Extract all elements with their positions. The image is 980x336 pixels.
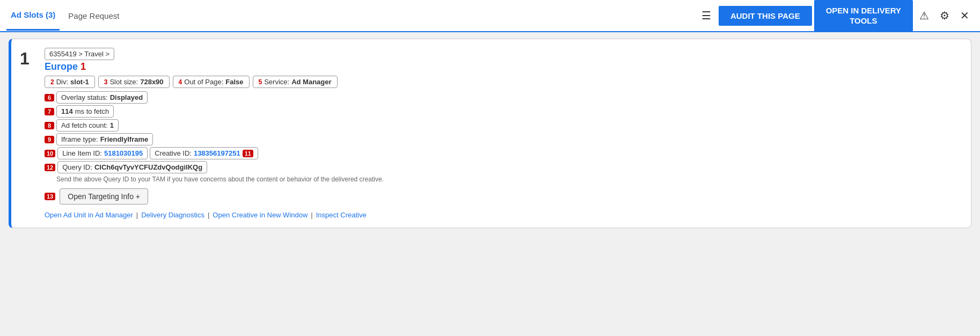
open-ad-unit-link[interactable]: Open Ad Unit in Ad Manager [45, 211, 133, 219]
info-row-10-11: 10 Line Item ID: 5181030195 Creative ID:… [45, 147, 960, 159]
pill-label-size: Slot size: [109, 78, 138, 86]
footer-sep-3: | [311, 211, 312, 219]
fetch-time-label: ms to fetch [75, 107, 109, 115]
pill-value-service: Ad Manager [291, 78, 331, 86]
query-id-label: Query ID: [62, 163, 92, 171]
open-creative-new-window-link[interactable]: Open Creative in New Window [213, 211, 308, 219]
slot-name: Europe 1 [45, 61, 960, 72]
row-num-10: 10 [45, 150, 55, 157]
pill-num-4: 4 [179, 78, 182, 86]
query-id-box: Query ID: ClCh6qvTyvYCFUZdvQodgilKQg [57, 161, 207, 173]
query-note: Send the above Query ID to your TAM if y… [56, 176, 960, 183]
creative-id-value: 138356197251 [194, 149, 240, 157]
breadcrumb-box: 6355419 > Travel > [45, 48, 114, 60]
line-item-value: 5181030195 [104, 149, 143, 157]
overlay-status-box: Overlay status: Displayed [56, 91, 148, 104]
row-num-7: 7 [45, 108, 54, 115]
slot-name-number: 1 [81, 61, 86, 72]
row-num-9: 9 [45, 136, 54, 143]
fetch-count-box: Ad fetch count: 1 [56, 119, 119, 132]
pill-num-3: 3 [104, 78, 108, 86]
info-row-8: 8 Ad fetch count: 1 [45, 119, 960, 132]
fetch-count-value: 1 [110, 121, 114, 129]
delivery-diagnostics-link[interactable]: Delivery Diagnostics [141, 211, 204, 219]
tab-page-request[interactable]: Page Request [62, 2, 126, 30]
inspect-creative-link[interactable]: Inspect Creative [316, 211, 367, 219]
pill-slot-size: 3 Slot size: 728x90 [98, 76, 170, 88]
targeting-row: 13 Open Targeting Info + [45, 188, 960, 204]
overlay-status-value: Displayed [110, 93, 143, 101]
info-row-7: 7 114 ms to fetch [45, 105, 960, 118]
breadcrumb-text: 6355419 > Travel > [49, 50, 109, 58]
open-in-delivery-tools-button[interactable]: OPEN IN DELIVERY TOOLS [814, 0, 913, 32]
line-item-label: Line Item ID: [62, 149, 102, 157]
creative-id-label: Creative ID: [155, 149, 192, 157]
delivery-btn-line2: TOOLS [850, 16, 877, 25]
info-row-12: 12 Query ID: ClCh6qvTyvYCFUZdvQodgilKQg [45, 161, 960, 173]
info-row-6: 6 Overlay status: Displayed [45, 91, 960, 104]
breadcrumb-row: 6355419 > Travel > [45, 48, 960, 60]
fetch-time-value: 114 [61, 107, 73, 115]
delivery-btn-line1: OPEN IN DELIVERY [826, 6, 901, 15]
row-num-8: 8 [45, 122, 54, 129]
pill-out-of-page: 4 Out of Page: False [173, 76, 250, 88]
slot-name-text: Europe [45, 61, 78, 72]
info-pills-row: 2 Div: slot-1 3 Slot size: 728x90 4 Out … [45, 76, 960, 88]
line-item-box: Line Item ID: 5181030195 [57, 147, 148, 159]
pill-value-div: slot-1 [70, 78, 89, 86]
pill-num-2: 2 [50, 78, 54, 86]
audit-this-page-button[interactable]: AUDIT THIS PAGE [719, 6, 812, 26]
slot-details: 6355419 > Travel > Europe 1 2 Div: slot-… [45, 48, 960, 219]
pill-label-oop: Out of Page: [184, 78, 223, 86]
fetch-time-box: 114 ms to fetch [56, 105, 114, 118]
main-content: 1 6355419 > Travel > Europe 1 2 Div: slo… [0, 32, 980, 235]
footer-sep-1: | [136, 211, 138, 219]
iframe-type-box: Iframe type: FriendlyIframe [56, 133, 153, 145]
pill-value-oop: False [225, 78, 243, 86]
pill-div: 2 Div: slot-1 [45, 76, 95, 88]
pill-num-5: 5 [259, 78, 262, 86]
ad-slot-card: 1 6355419 > Travel > Europe 1 2 Div: slo… [9, 39, 971, 228]
pill-label-div: Div: [56, 78, 68, 86]
footer-sep-2: | [208, 211, 209, 219]
pill-label-service: Service: [264, 78, 289, 86]
creative-id-box: Creative ID: 138356197251 11 [150, 147, 258, 159]
row-num-13: 13 [45, 193, 55, 200]
query-id-value: ClCh6qvTyvYCFUZdvQodgilKQg [94, 163, 202, 171]
info-row-9: 9 Iframe type: FriendlyIframe [45, 133, 960, 145]
toolbar: Ad Slots (3) Page Request ☰ AUDIT THIS P… [0, 0, 980, 32]
iframe-type-value: FriendlyIframe [100, 135, 149, 143]
pill-service: 5 Service: Ad Manager [253, 76, 338, 88]
tab-ad-slots[interactable]: Ad Slots (3) [6, 1, 60, 31]
row-num-11: 11 [243, 150, 253, 157]
slot-number: 1 [20, 48, 36, 219]
open-targeting-info-button[interactable]: Open Targeting Info + [60, 188, 148, 204]
footer-links: Open Ad Unit in Ad Manager | Delivery Di… [45, 211, 960, 219]
feedback-icon-button[interactable]: ⚠ [915, 6, 933, 25]
row-num-12: 12 [45, 164, 55, 171]
hamburger-menu-button[interactable]: ☰ [696, 6, 716, 25]
fetch-count-label: Ad fetch count: [61, 121, 108, 129]
settings-icon-button[interactable]: ⚙ [935, 6, 954, 25]
close-icon-button[interactable]: ✕ [956, 6, 974, 25]
iframe-type-label: Iframe type: [61, 135, 98, 143]
row-num-6: 6 [45, 94, 54, 101]
pill-value-size: 728x90 [140, 78, 163, 86]
overlay-status-label: Overlay status: [61, 93, 108, 101]
